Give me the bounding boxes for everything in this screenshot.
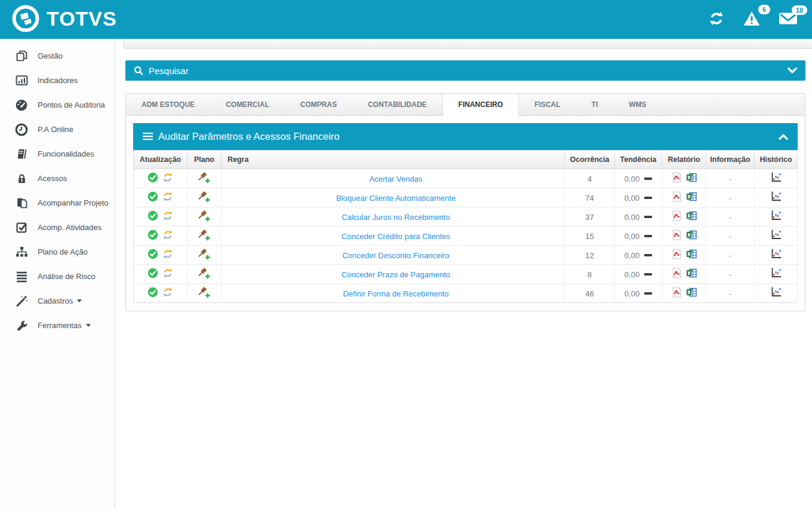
cell-tendencia: 0,00 <box>615 207 662 227</box>
sidebar-item-funcionalidades[interactable]: Funcionalidades <box>0 142 115 166</box>
messages-button[interactable]: 18 <box>779 11 798 29</box>
sidebar-item-gestao[interactable]: Gestão <box>0 44 115 68</box>
search-toggle-bar[interactable]: Pesquisar <box>125 60 805 81</box>
tab-adm-estoque[interactable]: ADM ESTOQUE <box>126 94 210 115</box>
col-header-tendencia[interactable]: Tendência <box>615 151 662 169</box>
totvs-logo[interactable]: TOTVS <box>12 5 117 35</box>
totvs-logo-icon <box>12 5 39 35</box>
info-value: - <box>729 175 731 183</box>
excel-report-icon[interactable] <box>686 191 697 202</box>
sync-icon[interactable] <box>162 172 173 183</box>
tab-label: FINANCEIRO <box>459 100 503 109</box>
cell-relatorio <box>662 284 706 303</box>
tab-fiscal[interactable]: FISCAL <box>519 94 576 115</box>
col-header-atualizacao[interactable]: Atualização <box>134 151 187 169</box>
cell-historico <box>755 169 798 188</box>
sidebar-item-pontos-de-auditoria[interactable]: Pontos de Auditoria <box>0 93 115 117</box>
rule-link[interactable]: Definir Forma de Recebimento <box>343 289 448 298</box>
col-header-plano[interactable]: Plano <box>187 151 222 169</box>
gavel-add-icon[interactable] <box>198 229 210 241</box>
sidebar-item-analise-de-risco[interactable]: Análise de Risco <box>0 264 115 289</box>
sidebar-label: Ferramentas <box>38 321 82 330</box>
tab-label: TI <box>592 100 598 109</box>
history-chart-icon[interactable] <box>770 248 782 259</box>
pdf-report-icon[interactable] <box>672 268 682 279</box>
chevron-up-icon[interactable] <box>779 134 788 140</box>
sidebar-item-pa-online[interactable]: P.A Online <box>0 117 115 142</box>
sync-icon[interactable] <box>162 210 173 221</box>
excel-report-icon[interactable] <box>686 210 697 221</box>
sidebar-item-plano-de-acao[interactable]: Plano de Ação <box>0 240 115 264</box>
rule-link[interactable]: Acertar Vendas <box>370 175 423 183</box>
cell-informacao: - <box>706 169 755 188</box>
info-value: - <box>729 213 731 222</box>
gavel-add-icon[interactable] <box>198 248 210 260</box>
sync-icon[interactable] <box>162 249 173 259</box>
pdf-report-icon[interactable] <box>672 210 682 221</box>
tab-compras[interactable]: COMPRAS <box>285 94 352 115</box>
rule-link[interactable]: Calcular Juros no Recebimento <box>342 213 450 222</box>
trend-flat-icon <box>644 216 652 218</box>
tab-financeiro[interactable]: FINANCEIRO <box>442 94 519 117</box>
rule-link[interactable]: Conceder Crédito para Clientes <box>342 232 450 241</box>
cell-ocorrencia: 74 <box>565 188 615 207</box>
excel-report-icon[interactable] <box>686 249 697 259</box>
sync-icon[interactable] <box>162 268 173 279</box>
col-header-historico[interactable]: Histórico <box>755 151 798 169</box>
history-chart-icon[interactable] <box>770 191 782 202</box>
sidebar-item-acompanhar-projeto[interactable]: Acompanhar Projeto <box>0 191 115 215</box>
sync-icon[interactable] <box>162 229 173 240</box>
rule-link[interactable]: Conceder Desconto Financeiro <box>342 251 449 260</box>
col-header-regra[interactable]: Regra <box>222 151 565 169</box>
pdf-report-icon[interactable] <box>672 191 682 202</box>
trend-flat-icon <box>644 292 652 295</box>
gavel-add-icon[interactable] <box>198 286 210 298</box>
pdf-report-icon[interactable] <box>672 229 682 240</box>
sidebar-item-indicadores[interactable]: Indicadores <box>0 68 115 93</box>
col-header-informacao[interactable]: Informação <box>706 151 755 169</box>
chevron-down-icon[interactable] <box>788 68 797 74</box>
excel-report-icon[interactable] <box>686 172 697 183</box>
rule-link[interactable]: Bloquear Cliente Automaticamente <box>336 194 456 203</box>
gavel-add-icon[interactable] <box>198 210 210 222</box>
sidebar-item-acessos[interactable]: Acessos <box>0 166 115 191</box>
panel-header[interactable]: Auditar Parâmetros e Acessos Financeiro <box>133 123 798 150</box>
tab-contabilidade[interactable]: CONTABILIDADE <box>352 94 442 115</box>
cell-relatorio <box>662 246 706 265</box>
excel-report-icon[interactable] <box>686 268 697 279</box>
excel-report-icon[interactable] <box>686 229 697 240</box>
gavel-add-icon[interactable] <box>198 191 210 203</box>
sidebar-item-ferramentas[interactable]: Ferramentas <box>0 313 115 338</box>
sidebar-label: Indicadores <box>38 76 78 85</box>
sidebar-label: Acessos <box>38 174 67 183</box>
col-header-relatorio[interactable]: Relatório <box>662 151 706 169</box>
cell-regra: Calcular Juros no Recebimento <box>222 207 565 227</box>
occurrence-value: 46 <box>585 289 593 298</box>
tab-bar: ADM ESTOQUECOMERCIALCOMPRASCONTABILIDADE… <box>126 94 805 116</box>
history-chart-icon[interactable] <box>770 267 782 279</box>
cell-atualizacao <box>134 188 187 207</box>
tab-ti[interactable]: TI <box>576 94 614 115</box>
gavel-add-icon[interactable] <box>198 267 210 279</box>
history-chart-icon[interactable] <box>770 210 782 221</box>
history-chart-icon[interactable] <box>770 286 782 298</box>
alerts-button[interactable]: 6 <box>743 10 761 29</box>
tab-wms[interactable]: WMS <box>613 94 662 115</box>
pdf-report-icon[interactable] <box>672 172 682 183</box>
excel-report-icon[interactable] <box>686 287 697 298</box>
rule-link[interactable]: Conceder Prazo de Pagamento <box>342 270 450 279</box>
refresh-button[interactable] <box>708 10 725 29</box>
sync-icon[interactable] <box>162 287 173 298</box>
sync-icon[interactable] <box>162 191 173 202</box>
pdf-report-icon[interactable] <box>672 249 682 259</box>
sidebar-item-acomp-atividades[interactable]: Acomp. Atividades <box>0 215 115 240</box>
sidebar-item-cadastros[interactable]: Cadastros <box>0 289 115 313</box>
history-chart-icon[interactable] <box>770 229 782 240</box>
gavel-add-icon[interactable] <box>198 172 210 183</box>
sidebar-label: Pontos de Auditoria <box>38 100 105 109</box>
col-header-ocorrencia[interactable]: Ocorrência <box>565 151 615 169</box>
pdf-report-icon[interactable] <box>672 287 682 298</box>
history-chart-icon[interactable] <box>770 172 782 183</box>
cell-historico <box>755 265 798 284</box>
tab-comercial[interactable]: COMERCIAL <box>210 94 285 115</box>
